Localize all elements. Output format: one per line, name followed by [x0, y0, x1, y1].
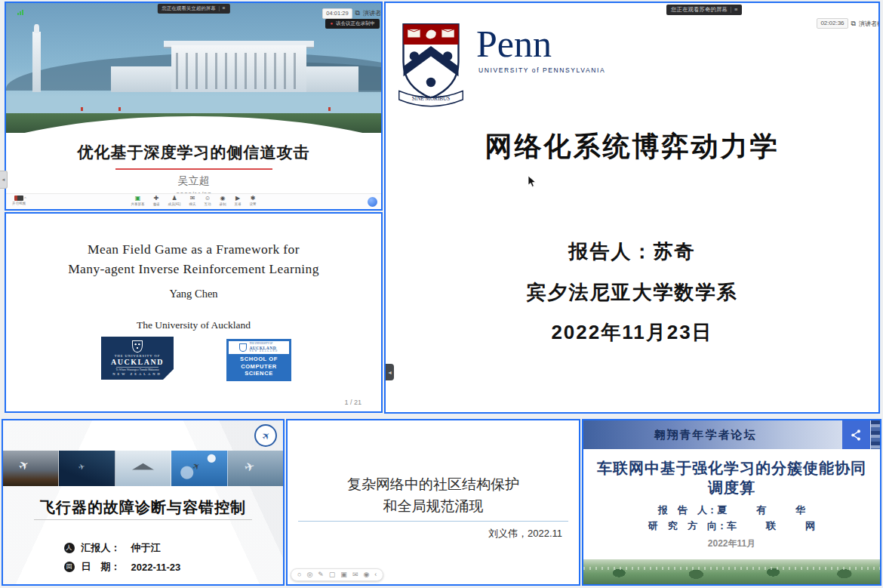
- slide-title-line1: 车联网中基于强化学习的分簇使能协同: [583, 458, 880, 478]
- penn-wordmark: Penn: [476, 27, 605, 61]
- toolbar-record-button[interactable]: ◉ 录制: [220, 195, 226, 206]
- toolbar-share-screen-button[interactable]: ▣ 共享屏幕: [131, 195, 144, 206]
- video-toggle-label: 开启视频: [12, 202, 26, 205]
- slide-presenter-line: 报告人：苏奇: [386, 239, 878, 265]
- banner-menu-icon[interactable]: ≡: [731, 7, 737, 13]
- camera-icon: [14, 195, 23, 201]
- slide-title: 车联网中基于强化学习的分簇使能协同 调度算: [583, 458, 880, 497]
- screen-icon[interactable]: ▣: [340, 571, 347, 578]
- settings-icon: ✱: [251, 195, 256, 202]
- title-rule: [298, 521, 568, 522]
- meeting-window-3: 您正在观看苏奇的屏幕 ≡ 02:02:36 ⧉ 演讲者视图 SINE MORIB…: [384, 2, 880, 414]
- campus-building: [171, 45, 306, 92]
- layout-label[interactable]: 演讲者视图: [363, 9, 383, 17]
- share-screen-icon: ▣: [135, 195, 141, 202]
- aircraft-photo-fighter: ✈: [59, 451, 115, 486]
- university-round-logo: ✈: [254, 424, 277, 447]
- meeting-toolbar: 开启视频 ^ ▣ 共享屏幕 ✚ 邀请 ♟ 成员(41) ✉ 聊天 ☺ 互动: [6, 193, 381, 209]
- slide-title-line2: 和全局规范涌现: [288, 495, 579, 517]
- chat-icon: ✉: [190, 195, 195, 202]
- airplane-icon: ✈: [243, 459, 257, 476]
- members-icon: ♟: [171, 195, 177, 202]
- slide-title-line1: Mean Field Game as a Framework for: [6, 239, 381, 259]
- more-icon[interactable]: ◉: [363, 571, 369, 578]
- aircraft-photo-transport: ✈: [228, 451, 283, 486]
- toolbar-label: 互动: [205, 202, 211, 206]
- share-icon: [850, 429, 863, 442]
- date-label: 日 期：: [82, 560, 121, 574]
- laser-pointer-icon[interactable]: ○: [297, 571, 301, 578]
- presenter-icon: 人: [64, 543, 75, 553]
- watching-banner: 您正在观看吴立超的屏幕 ≡: [157, 4, 229, 14]
- building-columns: [176, 53, 302, 89]
- date-row: 回 日 期： 2022-11-23: [64, 560, 223, 574]
- plane-emblem-icon: ✈: [259, 429, 272, 443]
- toolbar-label: 邀请: [152, 202, 159, 206]
- slide-title: Mean Field Game as a Framework for Many-…: [6, 239, 381, 279]
- toolbar-live-button[interactable]: ▶ 直播: [235, 195, 242, 206]
- layout-icon[interactable]: ⧉: [851, 20, 856, 27]
- title-underline: [115, 168, 272, 170]
- building-wing-left: [111, 66, 171, 92]
- aircraft-photo-jet: ✈: [171, 451, 227, 486]
- date-icon: 回: [64, 562, 75, 572]
- forum-title: 翱翔青年学者论坛: [583, 420, 827, 449]
- comment-icon[interactable]: ✉: [352, 571, 358, 578]
- annotation-toolbar: ○ ◎ ✎ ▢ ▣ ✉ ◉ ‹: [291, 568, 383, 581]
- floating-assistant-button[interactable]: [368, 197, 377, 207]
- aircraft-photo-flying-wing: [115, 451, 171, 486]
- logo-text: NEW ZEALAND: [112, 372, 162, 376]
- logo-text: SCIENCE: [245, 370, 273, 377]
- presenter-name: 仲于江: [131, 541, 161, 555]
- fullscreen-icon[interactable]: ▢: [329, 571, 336, 578]
- logo-text: SCHOOL OF: [240, 356, 278, 363]
- slide-date: 2022年11月: [583, 537, 880, 550]
- toolbar-members-button[interactable]: ♟ 成员(41): [168, 195, 180, 206]
- sidebar-collapse-tab[interactable]: ◄: [386, 364, 394, 380]
- slide-title-line1: 复杂网络中的社区结构保护: [288, 473, 579, 495]
- title-rule: [34, 519, 252, 520]
- slide-title: 网络化系统博弈动力学: [386, 128, 878, 165]
- toolbar-label: 直播: [235, 202, 242, 206]
- airplane-icon: ✈: [16, 457, 32, 474]
- network-signal-icon: [17, 10, 23, 15]
- header-stripe-decoration: [871, 420, 880, 449]
- slide-title-line2: 调度算: [583, 478, 880, 497]
- penn-logo: SINE MORIBUS Penn UNIVERSITY of PENNSYLV…: [395, 20, 605, 109]
- presenter-line: 报 告 人：夏 有 华: [583, 502, 880, 518]
- school-of-computer-science-logo: THE UNIVERSITY OF AUCKLAND NEW ZEALAND S…: [226, 339, 291, 381]
- record-icon[interactable]: ◎: [306, 571, 312, 578]
- layout-icon[interactable]: ⧉: [355, 10, 360, 17]
- pen-icon[interactable]: ✎: [318, 571, 324, 578]
- logo-text: COMPUTER: [241, 363, 277, 371]
- watching-banner: 您正在观看苏奇的屏幕 ≡: [666, 5, 742, 15]
- airplane-icon: ✈: [190, 460, 202, 473]
- banner-menu-icon[interactable]: ≡: [219, 6, 226, 11]
- video-options-caret[interactable]: ^: [24, 196, 26, 201]
- meeting-window-4: ✈ ✈ ✈ ✈ ✈ 飞行器的故障诊断与容错控制 人 汇报人： 仲于江 回 日 期…: [2, 419, 285, 586]
- meeting-timer: 04:01:29: [322, 8, 352, 19]
- airplane-icon: ✈: [78, 462, 86, 472]
- toolbar-invite-button[interactable]: ✚ 邀请: [152, 195, 159, 206]
- toolbar-settings-button[interactable]: ✱ 设置: [250, 195, 257, 206]
- presenter-row: 人 汇报人： 仲于江: [64, 541, 223, 555]
- toolbar-label: 共享屏幕: [131, 202, 144, 206]
- logo-text: Te Whare Wānanga o Tāmaki Makaurau: [116, 367, 159, 371]
- auckland-mini-crest-icon: [239, 343, 247, 352]
- mouse-cursor: [528, 175, 537, 191]
- meeting-window-6: 翱翔青年学者论坛 车联网中基于强化学习的分簇使能协同 调度算 报 告 人：夏 有…: [582, 419, 881, 586]
- collapse-icon[interactable]: ‹: [374, 571, 377, 578]
- screen-edge-collapse-tab[interactable]: ◄: [0, 171, 8, 189]
- toolbar-label: 设置: [250, 202, 257, 206]
- record-icon: ◉: [220, 195, 226, 202]
- toolbar-chat-button[interactable]: ✉ 聊天: [189, 195, 196, 206]
- research-field-line: 研 究 方 向：车 联 网: [583, 518, 880, 534]
- meeting-window-1: 优化基于深度学习的侧信道攻击 吴立超 2022/11/23 您正在观看吴立超的屏…: [5, 2, 383, 211]
- share-button[interactable]: [842, 420, 870, 449]
- toolbar-label: 成员(41): [168, 202, 180, 206]
- layout-label[interactable]: 演讲者视图: [859, 20, 880, 28]
- slide-byline: 刘义伟，2022.11: [488, 527, 562, 540]
- aircraft-photo-airliner: ✈: [3, 451, 59, 486]
- campus-tower: [32, 32, 41, 92]
- toolbar-reactions-button[interactable]: ☺ 互动: [205, 195, 211, 206]
